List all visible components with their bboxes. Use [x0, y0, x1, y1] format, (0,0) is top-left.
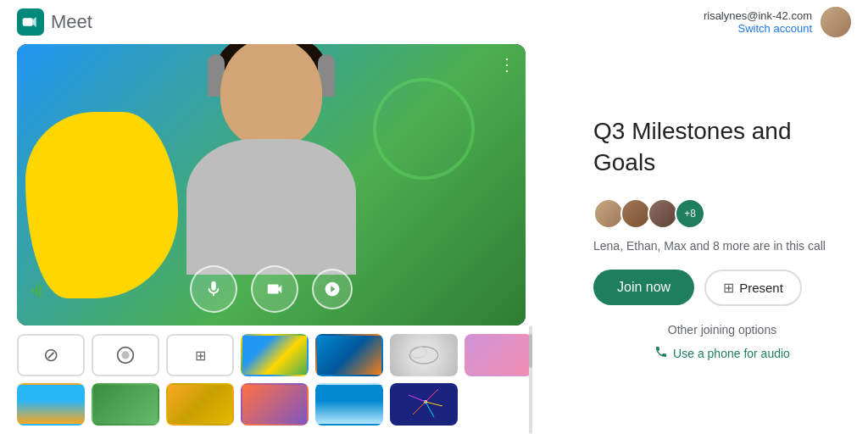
background-strip: ⊘ ⊞	[17, 326, 526, 434]
user-avatar[interactable]	[821, 7, 851, 37]
person-head	[220, 44, 322, 147]
meet-logo-icon	[17, 8, 44, 36]
header: Meet risalynes@ink-42.com Switch account	[0, 0, 868, 44]
participant-avatar-1	[593, 198, 624, 229]
participant-avatars: +8	[593, 198, 851, 229]
scrollbar-thumb	[529, 334, 532, 368]
bg-purple-thumb[interactable]	[465, 334, 532, 376]
present-button[interactable]: ⊞ Present	[704, 270, 802, 306]
bg-corn-thumb[interactable]	[166, 383, 234, 426]
svg-point-7	[409, 347, 437, 364]
user-email: risalynes@ink-42.com	[704, 9, 812, 22]
svg-line-14	[409, 395, 426, 402]
logo-area: Meet	[17, 8, 92, 36]
participant-avatar-more: +8	[675, 198, 705, 229]
video-more-options[interactable]: ⋮	[498, 54, 515, 75]
participant-avatar-3	[648, 198, 678, 229]
user-info: risalynes@ink-42.com Switch account	[704, 7, 851, 37]
switch-account-link[interactable]: Switch account	[704, 22, 812, 35]
camera-button[interactable]	[251, 265, 298, 313]
svg-line-10	[426, 389, 438, 402]
present-icon: ⊞	[723, 280, 734, 296]
phone-audio-label: Use a phone for audio	[673, 347, 790, 360]
phone-icon	[654, 345, 668, 362]
meeting-title: Q3 Milestones and Goals	[593, 116, 851, 178]
bg-sunset-thumb[interactable]	[315, 334, 383, 376]
left-panel: ⋮	[17, 44, 559, 434]
svg-point-6	[121, 351, 129, 359]
svg-line-11	[426, 402, 442, 406]
bg-more-button[interactable]: ⊞	[166, 334, 234, 376]
video-preview: ⋮	[17, 44, 526, 326]
svg-point-8	[409, 347, 426, 358]
bg-brazil-thumb[interactable]	[241, 334, 309, 376]
bg-beach-thumb[interactable]	[17, 383, 85, 426]
effects-button[interactable]	[312, 269, 353, 309]
background-strip-wrapper: ⊘ ⊞	[17, 326, 526, 434]
participant-avatar-2	[620, 198, 651, 229]
person-figure	[153, 44, 390, 275]
mic-button[interactable]	[190, 265, 237, 313]
phone-audio-link[interactable]: Use a phone for audio	[593, 345, 851, 362]
bg-none-button[interactable]: ⊘	[17, 334, 85, 376]
action-buttons: Join now ⊞ Present	[593, 270, 851, 306]
bg-blur-button[interactable]	[92, 334, 159, 376]
scrollbar[interactable]	[529, 326, 532, 434]
video-controls	[17, 265, 526, 313]
bg-sea-thumb[interactable]	[315, 383, 383, 426]
svg-rect-1	[23, 18, 33, 25]
present-label: Present	[739, 281, 783, 295]
join-now-button[interactable]: Join now	[593, 270, 694, 305]
user-account-info: risalynes@ink-42.com Switch account	[704, 9, 812, 35]
participants-text: Lena, Ethan, Max and 8 more are in this …	[593, 239, 851, 253]
bg-field-thumb[interactable]	[92, 383, 159, 426]
person-body	[186, 139, 356, 275]
bg-strip-row-2	[17, 383, 458, 426]
main-content: ⋮	[0, 44, 868, 434]
app-name: Meet	[51, 11, 92, 33]
bg-abstract-thumb[interactable]	[390, 334, 458, 376]
svg-line-12	[426, 402, 434, 417]
other-options-label: Other joining options	[593, 323, 851, 337]
bg-fireworks-thumb[interactable]	[390, 383, 458, 426]
bg-strip-row-1: ⊘ ⊞	[17, 334, 532, 376]
bg-dusk-thumb[interactable]	[241, 383, 309, 426]
svg-line-13	[413, 402, 426, 415]
right-panel: Q3 Milestones and Goals +8 Lena, Ethan, …	[593, 44, 851, 434]
